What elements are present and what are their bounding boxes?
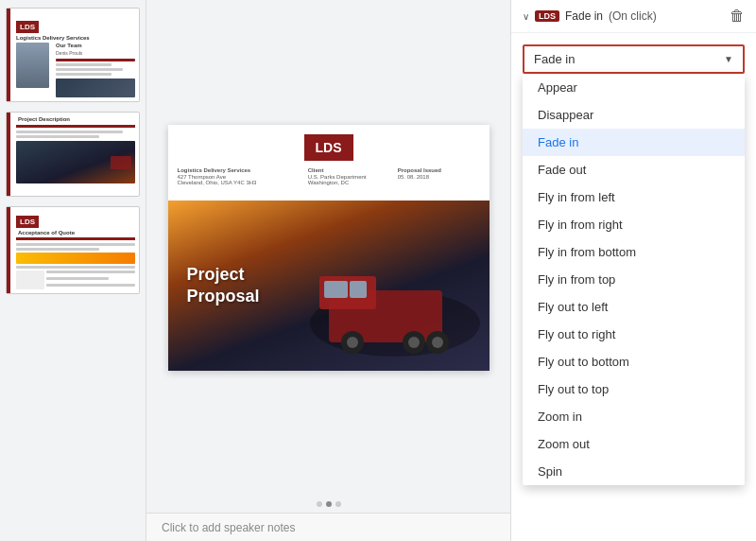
dropdown-item-spin[interactable]: Spin [523, 458, 745, 485]
thumb-line-4 [56, 73, 112, 76]
slide-2-line-1 [16, 131, 123, 133]
slide-2-truck-thumb [16, 141, 135, 183]
anim-trigger-label: (On click) [609, 9, 657, 23]
dropdown-menu: Appear Disappear Fade in Fade out Fly in… [523, 74, 745, 485]
dropdown-item-fly-in-left[interactable]: Fly in from left [523, 183, 745, 211]
dropdown-item-fade-in[interactable]: Fade in [523, 129, 745, 156]
thumb-line-2 [56, 63, 112, 66]
anim-body: Fade in ▼ Appear Disappear Fade in Fade … [511, 33, 756, 85]
svg-point-6 [347, 337, 358, 348]
slide-date-label: Proposal Issued [398, 167, 480, 173]
slide-1-body: Our Team Denis Proulx [16, 43, 135, 97]
slide-3-line-3 [16, 266, 135, 269]
slide-client-city: Washington, DC [308, 180, 390, 185]
slide-1-subtitle: Denis Proulx [56, 50, 135, 56]
svg-point-10 [432, 337, 443, 348]
slide-client-col: Client U.S. Parks Department Washington,… [308, 167, 390, 185]
thumb-line-3 [56, 68, 123, 71]
dot-3 [335, 501, 341, 507]
dropdown-button[interactable]: Fade in ▼ [523, 44, 745, 74]
speaker-notes[interactable]: Click to add speaker notes [146, 513, 510, 541]
slide-1-bottom-img [56, 79, 135, 97]
delete-icon[interactable]: 🗑 [730, 8, 745, 25]
dropdown-item-fly-out-right[interactable]: Fly out to right [523, 321, 745, 348]
dropdown-item-fly-in-right[interactable]: Fly in from right [523, 211, 745, 238]
slide-2-content: Project Description [16, 116, 135, 192]
project-title-block: ProjectProposal [168, 254, 490, 318]
chevron-icon[interactable]: ∨ [523, 11, 529, 22]
speaker-notes-text: Click to add speaker notes [162, 521, 295, 534]
slide-3-mini-line-2 [46, 277, 109, 280]
anim-header-left: ∨ LDS Fade in (On click) [523, 9, 724, 23]
slide-company-col: Logistics Delivery Services 427 Thompson… [178, 167, 301, 185]
slide-lds-logo: LDS [304, 134, 353, 161]
slide-3-logo: LDS [16, 216, 39, 228]
project-title-text: ProjectProposal [168, 254, 490, 318]
slide-3-content: LDS Acceptance of Quote [16, 211, 135, 289]
slide-3-small-rows [16, 270, 135, 289]
slide-header-info: Logistics Delivery Services 427 Thompson… [178, 167, 480, 185]
slide-panel: LDS Logistics Delivery Services Our Team… [0, 0, 146, 541]
lds-badge: LDS [535, 10, 559, 22]
slide-2-accent-bar [7, 113, 10, 196]
slide-2-line-2 [16, 135, 99, 138]
slide-3-title: Acceptance of Quote [18, 230, 135, 236]
slide-1-header: Logistics Delivery Services [16, 35, 135, 41]
slide-thumbnail-1[interactable]: LDS Logistics Delivery Services Our Team… [6, 8, 140, 102]
dropdown-item-appear[interactable]: Appear [523, 74, 745, 101]
dropdown-item-fly-in-bottom[interactable]: Fly in from bottom [523, 238, 745, 266]
slide-frame[interactable]: LDS Logistics Delivery Services 427 Thom… [168, 125, 490, 371]
anim-name-label: Fade in [565, 9, 603, 23]
anim-header: ∨ LDS Fade in (On click) 🗑 [511, 0, 756, 33]
animation-type-dropdown[interactable]: Fade in ▼ Appear Disappear Fade in Fade … [523, 44, 745, 74]
main-area: LDS Logistics Delivery Services 427 Thom… [146, 0, 510, 541]
dropdown-value: Fade in [534, 52, 575, 66]
slide-3-mini-line-1 [46, 270, 135, 273]
dropdown-item-fly-out-bottom[interactable]: Fly out to bottom [523, 348, 745, 375]
slide-2-divider [16, 125, 135, 128]
slide-1-person-img [16, 43, 49, 88]
dropdown-item-fade-out[interactable]: Fade out [523, 156, 745, 183]
slide-3-mini-line-3 [46, 284, 135, 287]
dot-1 [317, 501, 322, 507]
slide-accent-bar [7, 9, 10, 101]
slide-1-title: Our Team [56, 43, 135, 48]
slide-1-content: LDS Logistics Delivery Services Our Team… [16, 12, 135, 97]
dropdown-item-fly-out-left[interactable]: Fly out to left [523, 293, 745, 321]
svg-point-8 [408, 337, 420, 348]
slide-dots [146, 496, 510, 513]
slide-company-label: Logistics Delivery Services [178, 167, 301, 173]
slide-3-accent-bar [7, 207, 10, 293]
slide-3-line-2 [16, 248, 99, 251]
dropdown-item-fly-out-top[interactable]: Fly out to top [523, 375, 745, 403]
dropdown-item-zoom-out[interactable]: Zoom out [523, 430, 745, 458]
dropdown-item-zoom-in[interactable]: Zoom in [523, 403, 745, 430]
truck-shape-thumb [111, 156, 131, 169]
slide-main-view: LDS Logistics Delivery Services 427 Thom… [146, 0, 510, 496]
slide-date-col: Proposal Issued 05. 08. 2018 [398, 167, 480, 185]
animation-panel: ∨ LDS Fade in (On click) 🗑 Fade in ▼ App… [510, 0, 756, 541]
slide-company-city: Cleveland, Ohio, USA Y4C 3H3 [178, 180, 301, 185]
dropdown-item-disappear[interactable]: Disappear [523, 101, 745, 129]
slide-3-cell-1 [16, 270, 44, 289]
thumb-line-1 [56, 59, 135, 61]
slide-2-title: Project Description [18, 116, 135, 122]
slide-1-text-block: Our Team Denis Proulx [53, 43, 135, 97]
dropdown-arrow-icon: ▼ [724, 54, 733, 64]
slide-thumbnail-3[interactable]: LDS Acceptance of Quote [6, 206, 140, 294]
slide-3-divider [16, 237, 135, 240]
slide-3-bar [16, 253, 135, 264]
lds-logo-thumb: LDS [16, 21, 39, 33]
dropdown-item-fly-in-top[interactable]: Fly in from top [523, 266, 745, 293]
slide-thumbnail-2[interactable]: Project Description [6, 112, 140, 197]
slide-3-cell-2 [46, 270, 135, 289]
slide-date-value: 05. 08. 2018 [398, 174, 480, 180]
dot-2 [326, 501, 332, 507]
slide-3-line-1 [16, 243, 135, 246]
slide-client-label: Client [308, 167, 390, 173]
slide-truck-section: ProjectProposal [168, 201, 490, 371]
